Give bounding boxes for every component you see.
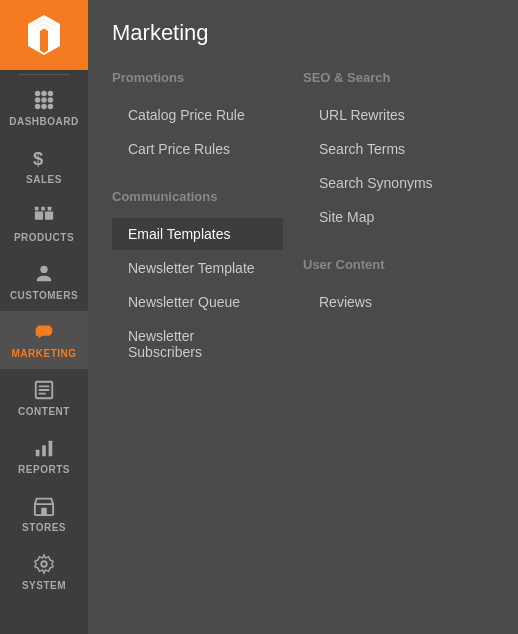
svg-rect-18 bbox=[39, 389, 50, 391]
sidebar-item-products[interactable]: PRODUCTS bbox=[0, 195, 88, 253]
cart-price-rules-item[interactable]: Cart Price Rules bbox=[112, 133, 283, 165]
marketing-icon bbox=[33, 321, 55, 343]
svg-rect-14 bbox=[48, 207, 52, 211]
magento-logo-icon bbox=[22, 13, 66, 57]
promotions-section: Promotions Catalog Price Rule Cart Price… bbox=[112, 70, 303, 165]
catalog-price-rule-item[interactable]: Catalog Price Rule bbox=[112, 99, 283, 131]
svg-point-15 bbox=[40, 266, 47, 273]
sidebar-item-dashboard[interactable]: DASHBOARD bbox=[0, 79, 88, 137]
products-icon bbox=[33, 205, 55, 227]
main-content: Marketing Promotions Catalog Price Rule … bbox=[88, 0, 518, 634]
svg-point-6 bbox=[35, 104, 41, 110]
svg-point-3 bbox=[35, 97, 41, 103]
newsletter-template-item[interactable]: Newsletter Template bbox=[112, 252, 283, 284]
svg-rect-19 bbox=[39, 393, 46, 395]
sales-icon: $ bbox=[33, 147, 55, 169]
reviews-item[interactable]: Reviews bbox=[303, 286, 474, 318]
communications-section: Communications Email Templates Newslette… bbox=[112, 189, 303, 368]
dashboard-icon bbox=[33, 89, 55, 111]
sidebar-item-label: CUSTOMERS bbox=[10, 290, 78, 301]
sidebar: DASHBOARD $ SALES PRODUCTS CUSTOMERS MAR… bbox=[0, 0, 88, 634]
page-title: Marketing bbox=[112, 20, 494, 46]
user-content-section: User Content Reviews bbox=[303, 257, 494, 318]
newsletter-queue-item[interactable]: Newsletter Queue bbox=[112, 286, 283, 318]
communications-heading: Communications bbox=[112, 189, 283, 204]
svg-rect-11 bbox=[45, 211, 53, 219]
content-icon bbox=[33, 379, 55, 401]
menu-grid: Promotions Catalog Price Rule Cart Price… bbox=[112, 70, 494, 392]
svg-rect-24 bbox=[41, 508, 47, 515]
svg-point-8 bbox=[48, 104, 53, 110]
customers-icon bbox=[33, 263, 55, 285]
svg-point-0 bbox=[35, 91, 41, 97]
sidebar-logo bbox=[0, 0, 88, 70]
sidebar-item-customers[interactable]: CUSTOMERS bbox=[0, 253, 88, 311]
svg-rect-21 bbox=[42, 445, 46, 456]
svg-point-2 bbox=[48, 91, 53, 97]
svg-point-4 bbox=[41, 97, 47, 103]
sidebar-item-label: CONTENT bbox=[18, 406, 70, 417]
system-icon bbox=[33, 553, 55, 575]
sidebar-item-stores[interactable]: STORES bbox=[0, 485, 88, 543]
sidebar-item-reports[interactable]: REPORTS bbox=[0, 427, 88, 485]
search-synonyms-item[interactable]: Search Synonyms bbox=[303, 167, 474, 199]
user-content-heading: User Content bbox=[303, 257, 474, 272]
svg-rect-20 bbox=[36, 450, 40, 456]
email-templates-item[interactable]: Email Templates bbox=[112, 218, 283, 250]
reports-icon bbox=[33, 437, 55, 459]
sidebar-item-content[interactable]: CONTENT bbox=[0, 369, 88, 427]
svg-rect-22 bbox=[49, 441, 53, 457]
svg-point-7 bbox=[41, 104, 47, 110]
sidebar-item-sales[interactable]: $ SALES bbox=[0, 137, 88, 195]
sidebar-item-label: PRODUCTS bbox=[14, 232, 74, 243]
seo-search-section: SEO & Search URL Rewrites Search Terms S… bbox=[303, 70, 494, 233]
svg-point-1 bbox=[41, 91, 47, 97]
sidebar-item-system[interactable]: SYSTEM bbox=[0, 543, 88, 601]
svg-rect-10 bbox=[35, 211, 43, 219]
newsletter-subscribers-item[interactable]: Newsletter Subscribers bbox=[112, 320, 283, 368]
sidebar-item-label: REPORTS bbox=[18, 464, 70, 475]
sidebar-item-label: SALES bbox=[26, 174, 62, 185]
svg-rect-17 bbox=[39, 385, 50, 387]
sidebar-item-marketing[interactable]: MARKETING bbox=[0, 311, 88, 369]
seo-search-heading: SEO & Search bbox=[303, 70, 474, 85]
svg-text:$: $ bbox=[33, 148, 44, 169]
sidebar-divider bbox=[18, 74, 71, 75]
svg-point-5 bbox=[48, 97, 53, 103]
right-column: SEO & Search URL Rewrites Search Terms S… bbox=[303, 70, 494, 392]
sidebar-item-label: STORES bbox=[22, 522, 66, 533]
url-rewrites-item[interactable]: URL Rewrites bbox=[303, 99, 474, 131]
stores-icon bbox=[33, 495, 55, 517]
search-terms-item[interactable]: Search Terms bbox=[303, 133, 474, 165]
sidebar-item-label: MARKETING bbox=[11, 348, 76, 359]
site-map-item[interactable]: Site Map bbox=[303, 201, 474, 233]
svg-rect-13 bbox=[41, 207, 45, 211]
sidebar-item-label: DASHBOARD bbox=[9, 116, 79, 127]
svg-rect-12 bbox=[35, 207, 39, 211]
svg-point-25 bbox=[41, 561, 47, 567]
left-column: Promotions Catalog Price Rule Cart Price… bbox=[112, 70, 303, 392]
sidebar-item-label: SYSTEM bbox=[22, 580, 66, 591]
promotions-heading: Promotions bbox=[112, 70, 283, 85]
